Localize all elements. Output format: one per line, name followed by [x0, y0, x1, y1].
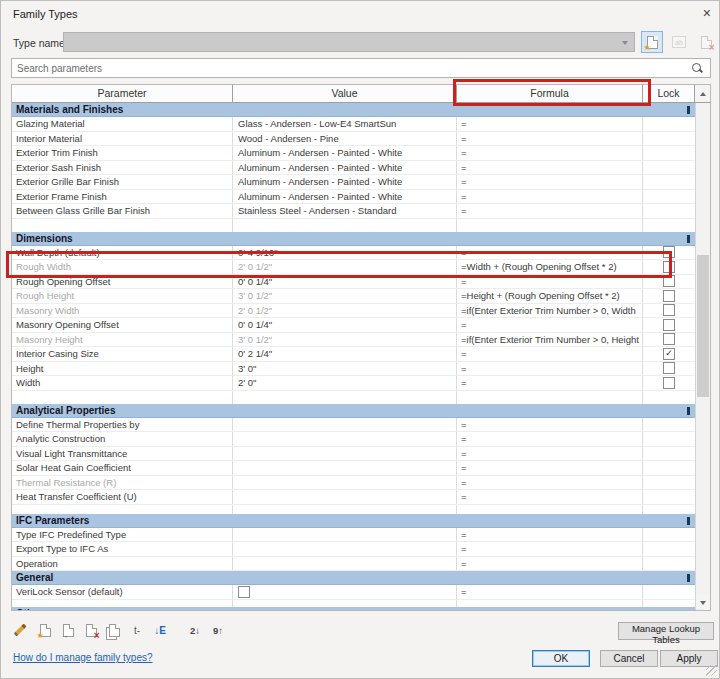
parameter-formula[interactable]: =: [457, 362, 643, 376]
parameter-value[interactable]: [233, 461, 457, 475]
table-row[interactable]: Masonry Opening Offset0' 0 1/4"=: [12, 318, 695, 333]
vertical-scrollbar[interactable]: [695, 103, 710, 610]
table-row[interactable]: Thermal Resistance (R)=: [12, 476, 695, 491]
section-pin-icon[interactable]: [687, 235, 690, 243]
parameter-formula[interactable]: =: [457, 175, 643, 189]
parameter-value[interactable]: Aluminum - Andersen - Painted - White: [233, 146, 457, 160]
section-header[interactable]: IFC Parameters: [12, 514, 695, 528]
lock-checkbox[interactable]: [663, 333, 675, 345]
resize-grip[interactable]: [706, 665, 717, 676]
parameter-value[interactable]: Aluminum - Andersen - Painted - White: [233, 175, 457, 189]
parameter-formula[interactable]: =: [457, 190, 643, 204]
parameter-formula[interactable]: =if(Enter Exterior Trim Number > 0, Widt…: [457, 304, 643, 318]
parameter-value[interactable]: 0' 2 1/4": [233, 347, 457, 361]
section-header[interactable]: Other: [12, 607, 695, 611]
parameter-formula[interactable]: =: [457, 432, 643, 446]
edit-parameter-icon[interactable]: [13, 622, 29, 638]
parameter-value[interactable]: Stainless Steel - Andersen - Standard: [233, 204, 457, 218]
table-row[interactable]: Exterior Trim FinishAluminum - Andersen …: [12, 146, 695, 161]
lock-checkbox[interactable]: [663, 246, 675, 258]
parameter-formula[interactable]: =: [457, 204, 643, 218]
parameter-value[interactable]: Aluminum - Andersen - Painted - White: [233, 161, 457, 175]
parameter-value[interactable]: 3' 0 1/2": [233, 333, 457, 347]
parameter-value[interactable]: 3' 0": [233, 362, 457, 376]
parameter-formula[interactable]: =: [457, 146, 643, 160]
parameter-formula[interactable]: =: [457, 542, 643, 556]
table-row[interactable]: Analytic Construction=: [12, 432, 695, 447]
parameter-value[interactable]: 3' 0 1/2": [233, 289, 457, 303]
parameter-value[interactable]: [233, 542, 457, 556]
table-row[interactable]: Interior Casing Size0' 2 1/4"=✓: [12, 347, 695, 362]
parameter-value[interactable]: [233, 447, 457, 461]
parameter-value[interactable]: [233, 490, 457, 504]
parameter-value[interactable]: 0' 4 9/16": [233, 246, 457, 260]
ok-button[interactable]: OK: [532, 650, 590, 667]
table-row[interactable]: Rough Width2' 0 1/2"=Width + (Rough Open…: [12, 260, 695, 275]
table-row[interactable]: Interior MaterialWood - Andersen - Pine=: [12, 132, 695, 147]
parameter-formula[interactable]: =Height + (Rough Opening Offset * 2): [457, 289, 643, 303]
section-pin-icon[interactable]: [687, 407, 690, 415]
cancel-button[interactable]: Cancel: [600, 650, 658, 667]
lock-checkbox[interactable]: [663, 261, 675, 273]
column-header-formula[interactable]: Formula: [457, 85, 643, 102]
parameter-text-icon[interactable]: t-: [130, 622, 144, 638]
parameter-value[interactable]: 2' 0": [233, 376, 457, 390]
lock-checkbox[interactable]: [663, 290, 675, 302]
section-header[interactable]: Materials and Finishes: [12, 103, 695, 117]
lock-checkbox[interactable]: [663, 304, 675, 316]
parameter-value[interactable]: [233, 432, 457, 446]
parameter-formula[interactable]: =: [457, 318, 643, 332]
table-row[interactable]: Define Thermal Properties by=: [12, 418, 695, 433]
parameter-value[interactable]: Wood - Andersen - Pine: [233, 132, 457, 146]
delete-type-button[interactable]: [695, 31, 717, 53]
search-icon[interactable]: [692, 63, 701, 72]
parameter-value[interactable]: [233, 557, 457, 571]
parameter-formula[interactable]: =: [457, 376, 643, 390]
parameter-value[interactable]: 0' 0 1/4": [233, 275, 457, 289]
import-shared-parameter-icon[interactable]: [61, 622, 75, 638]
parameter-formula[interactable]: =: [457, 418, 643, 432]
scrollbar-thumb[interactable]: [697, 255, 709, 397]
parameter-formula[interactable]: =: [457, 557, 643, 571]
table-row[interactable]: Rough Opening Offset0' 0 1/4"=: [12, 275, 695, 290]
parameter-formula[interactable]: =: [457, 490, 643, 504]
lock-checkbox[interactable]: [663, 362, 675, 374]
parameter-formula[interactable]: =: [457, 347, 643, 361]
table-row[interactable]: Glazing MaterialGlass - Andersen - Low-E…: [12, 117, 695, 132]
section-pin-icon[interactable]: [687, 517, 690, 525]
parameter-formula[interactable]: =: [457, 161, 643, 175]
lock-checkbox[interactable]: [663, 377, 675, 389]
parameter-formula[interactable]: =: [457, 528, 643, 542]
table-row[interactable]: Width2' 0"=: [12, 376, 695, 391]
parameter-formula[interactable]: =: [457, 117, 643, 131]
help-link[interactable]: How do I manage family types?: [13, 652, 153, 663]
lock-checkbox[interactable]: [663, 275, 675, 287]
table-row[interactable]: VeriLock Sensor (default)=: [12, 585, 695, 600]
parameter-value[interactable]: 2' 0 1/2": [233, 304, 457, 318]
table-row[interactable]: Visual Light Transmittance=: [12, 447, 695, 462]
parameter-formula[interactable]: =: [457, 132, 643, 146]
sort-ascending-icon[interactable]: 2↓: [188, 622, 202, 638]
table-row[interactable]: Operation=: [12, 557, 695, 572]
table-row[interactable]: Heat Transfer Coefficient (U)=: [12, 490, 695, 505]
lock-checkbox[interactable]: ✓: [663, 348, 675, 360]
section-pin-icon[interactable]: [687, 106, 690, 114]
section-header[interactable]: Dimensions: [12, 232, 695, 246]
new-parameter-icon[interactable]: [38, 622, 52, 638]
new-type-button[interactable]: [641, 31, 663, 53]
section-pin-icon[interactable]: [687, 574, 690, 582]
scroll-up-button[interactable]: [695, 85, 710, 102]
table-row[interactable]: Between Glass Grille Bar FinishStainless…: [12, 204, 695, 219]
table-row[interactable]: Solar Heat Gain Coefficient=: [12, 461, 695, 476]
sort-descending-icon[interactable]: 9↑: [211, 622, 225, 638]
value-checkbox[interactable]: [238, 586, 250, 598]
parameter-formula[interactable]: =: [457, 275, 643, 289]
parameter-value[interactable]: [233, 476, 457, 490]
table-row[interactable]: Height3' 0"=: [12, 362, 695, 377]
parameter-value[interactable]: [233, 528, 457, 542]
parameter-formula[interactable]: =: [457, 476, 643, 490]
table-row[interactable]: Exterior Sash FinishAluminum - Andersen …: [12, 161, 695, 176]
search-parameters-input[interactable]: Search parameters: [11, 58, 711, 78]
column-header-lock[interactable]: Lock: [643, 85, 695, 102]
parameter-formula[interactable]: =: [457, 246, 643, 260]
